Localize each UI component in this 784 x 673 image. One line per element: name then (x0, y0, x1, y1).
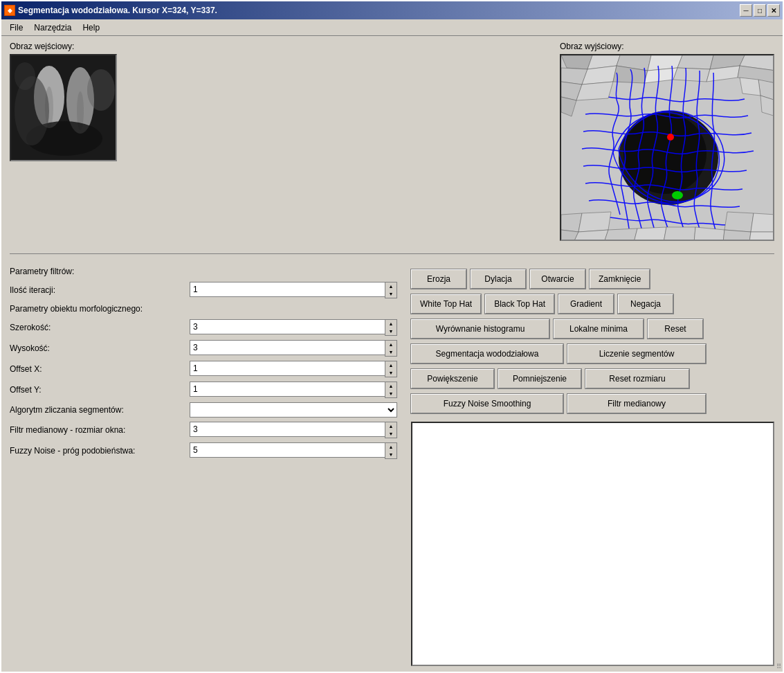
resize-corner[interactable]: ⠿ (776, 663, 781, 670)
btn-row-6: Fuzzy Noise Smoothing Filtr medianowy (411, 394, 774, 413)
titlebar-left: ◆ Segmentacja wododziałowa. Kursor X=324… (4, 5, 217, 16)
reset-button[interactable]: Reset (648, 319, 703, 339)
input-image-box (10, 54, 117, 161)
height-up-button[interactable]: ▲ (385, 341, 396, 348)
menu-file[interactable]: File (4, 21, 28, 34)
status-bar (411, 422, 774, 666)
fuzzy-noise-down-button[interactable]: ▼ (385, 451, 396, 458)
window-title: Segmentacja wododziałowa. Kursor X=324, … (18, 6, 217, 15)
wyrownanie-histogramu-button[interactable]: Wyrównanie histogramu (411, 319, 549, 339)
svg-marker-38 (751, 213, 774, 232)
menu-help[interactable]: Help (77, 21, 105, 34)
filter-params-title: Parametry filtrów: (10, 267, 397, 276)
offset-y-input[interactable] (190, 382, 385, 397)
offset-x-label: Offset X: (10, 364, 190, 374)
algorithm-input-group: Algorytm 1 Algorytm 2 (190, 402, 397, 418)
segmentacja-button[interactable]: Segmentacja wododziałowa (411, 344, 563, 364)
offset-x-down-button[interactable]: ▼ (385, 369, 396, 377)
iterations-input[interactable] (190, 282, 385, 297)
menubar: File Narzędzia Help (1, 19, 783, 36)
maximize-button[interactable]: □ (754, 4, 766, 17)
spacer (131, 42, 380, 241)
separator (10, 253, 774, 254)
offset-x-up-button[interactable]: ▲ (385, 361, 396, 369)
btn-row-2: White Top Hat Black Top Hat Gradient Neg… (411, 294, 774, 314)
svg-point-28 (672, 191, 683, 199)
iterations-input-group: ▲ ▼ (190, 282, 397, 298)
pomniejszenie-button[interactable]: Pomniejszenie (498, 369, 581, 388)
gradient-button[interactable]: Gradient (558, 294, 614, 314)
width-up-button[interactable]: ▲ (385, 320, 396, 327)
height-input[interactable] (190, 340, 385, 355)
width-down-button[interactable]: ▼ (385, 327, 396, 335)
median-filter-label: Filtr medianowy - rozmiar okna: (10, 425, 190, 435)
fuzzy-noise-row: Fuzzy Noise - próg podobieństwa: ▲ ▼ (10, 442, 397, 459)
median-filter-input-group: ▲ ▼ (190, 422, 397, 438)
iterations-up-button[interactable]: ▲ (385, 282, 396, 290)
btn-row-3: Wyrównanie histogramu Lokalne minima Res… (411, 319, 774, 339)
iterations-down-button[interactable]: ▼ (385, 290, 396, 298)
main-window: ◆ Segmentacja wododziałowa. Kursor X=324… (0, 0, 784, 673)
offset-y-up-button[interactable]: ▲ (385, 382, 396, 390)
median-filter-down-button[interactable]: ▼ (385, 430, 396, 438)
width-row: Szerokość: ▲ ▼ (10, 319, 397, 336)
offset-y-input-group: ▲ ▼ (190, 382, 397, 398)
svg-marker-37 (724, 212, 754, 232)
negacja-button[interactable]: Negacja (618, 294, 673, 314)
fuzzy-noise-input[interactable] (190, 442, 385, 458)
menu-narzedzia[interactable]: Narzędzia (28, 21, 77, 34)
width-input[interactable] (190, 319, 385, 334)
liczenie-segmentow-button[interactable]: Liczenie segmentów (567, 344, 706, 364)
zamkniecie-button[interactable]: Zamknięcie (590, 269, 650, 289)
close-button[interactable]: ✕ (767, 4, 780, 17)
dylacja-button[interactable]: Dylacja (471, 269, 526, 289)
output-image-label: Obraz wyjściowy: (560, 42, 774, 51)
black-top-hat-button[interactable]: Black Top Hat (485, 294, 554, 314)
main-content: Obraz wejściowy: (1, 36, 783, 672)
btn-row-1: Erozja Dylacja Otwarcie Zamknięcie (411, 269, 774, 289)
white-top-hat-button[interactable]: White Top Hat (411, 294, 481, 314)
svg-marker-22 (673, 68, 710, 82)
input-image-label: Obraz wejściowy: (10, 42, 117, 51)
lokalne-minima-button[interactable]: Lokalne minima (554, 319, 644, 339)
btn-row-5: Powiększenie Pomniejszenie Reset rozmiar… (411, 369, 774, 388)
median-filter-row: Filtr medianowy - rozmiar okna: ▲ ▼ (10, 422, 397, 438)
width-label: Szerokość: (10, 323, 190, 332)
fuzzy-noise-up-button[interactable]: ▲ (385, 443, 396, 451)
svg-marker-32 (740, 78, 760, 96)
powiekszenie-button[interactable]: Powiększenie (411, 369, 494, 388)
svg-marker-36 (578, 212, 611, 232)
offset-y-down-button[interactable]: ▼ (385, 390, 396, 397)
iterations-spinner: ▲ ▼ (385, 282, 397, 298)
svg-point-8 (87, 69, 115, 111)
width-input-group: ▲ ▼ (190, 319, 397, 336)
offset-y-label: Offset Y: (10, 385, 190, 395)
fuzzy-noise-spinner: ▲ ▼ (385, 442, 397, 459)
minimize-button[interactable]: ─ (740, 4, 752, 17)
width-spinner: ▲ ▼ (385, 319, 397, 336)
fuzzy-noise-input-group: ▲ ▼ (190, 442, 397, 459)
median-filter-up-button[interactable]: ▲ (385, 422, 396, 430)
iterations-row: Ilość iteracji: ▲ ▼ (10, 282, 397, 298)
erozja-button[interactable]: Erozja (411, 269, 466, 289)
reset-rozmiaru-button[interactable]: Reset rozmiaru (585, 369, 689, 388)
svg-marker-45 (723, 230, 751, 241)
fuzzy-noise-smoothing-button[interactable]: Fuzzy Noise Smoothing (411, 394, 563, 413)
otwarcie-button[interactable]: Otwarcie (530, 269, 585, 289)
titlebar: ◆ Segmentacja wododziałowa. Kursor X=324… (1, 1, 783, 19)
svg-marker-15 (677, 55, 713, 69)
svg-point-9 (15, 62, 35, 90)
offset-x-input[interactable] (190, 361, 385, 376)
median-filter-input[interactable] (190, 422, 385, 437)
height-spinner: ▲ ▼ (385, 340, 397, 357)
filtr-medianowy-button[interactable]: Filtr medianowy (567, 394, 706, 413)
svg-marker-42 (634, 227, 666, 241)
buttons-panel: Erozja Dylacja Otwarcie Zamknięcie White… (411, 267, 774, 666)
titlebar-buttons: ─ □ ✕ (740, 4, 780, 17)
algorithm-select[interactable]: Algorytm 1 Algorytm 2 (190, 402, 397, 418)
height-down-button[interactable]: ▼ (385, 348, 396, 356)
svg-marker-46 (749, 232, 774, 241)
morph-params-title: Parametry obiektu morfologicznego: (10, 304, 397, 314)
images-section: Obraz wejściowy: (10, 42, 774, 241)
offset-y-row: Offset Y: ▲ ▼ (10, 382, 397, 398)
